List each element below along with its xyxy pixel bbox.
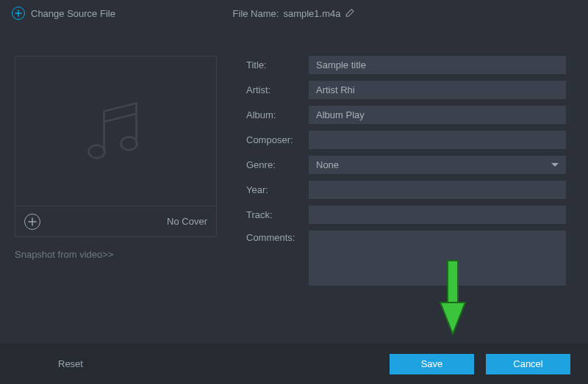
filename-display: File Name: sample1.m4a <box>233 7 356 20</box>
artist-input[interactable] <box>309 81 566 99</box>
svg-point-1 <box>121 137 137 150</box>
pencil-icon <box>345 7 355 18</box>
comments-textarea[interactable] <box>309 231 566 286</box>
cover-footer: No Cover <box>15 206 217 237</box>
composer-input[interactable] <box>309 131 566 149</box>
edit-filename-button[interactable] <box>345 7 355 20</box>
track-label: Track: <box>246 209 309 220</box>
header-bar: Change Source File File Name: sample1.m4… <box>0 0 588 26</box>
genre-select[interactable]: None <box>309 156 566 174</box>
composer-row: Composer: <box>246 131 566 149</box>
title-label: Title: <box>246 59 309 70</box>
metadata-form: Title: Artist: Album: Composer: Genre: N… <box>246 56 573 292</box>
artist-row: Artist: <box>246 81 566 99</box>
change-source-label: Change Source File <box>31 8 115 19</box>
artist-label: Artist: <box>246 84 309 95</box>
comments-row: Comments: <box>246 231 566 286</box>
title-input[interactable] <box>309 56 566 74</box>
year-input[interactable] <box>309 181 566 199</box>
snapshot-from-video-link[interactable]: Snapshot from video>> <box>15 249 217 260</box>
genre-row: Genre: None <box>246 156 566 174</box>
year-row: Year: <box>246 181 566 199</box>
plus-icon <box>28 217 37 226</box>
no-cover-label: No Cover <box>167 216 207 227</box>
year-label: Year: <box>246 184 309 195</box>
title-row: Title: <box>246 56 566 74</box>
plus-circle-icon <box>12 7 25 20</box>
album-input[interactable] <box>309 106 566 124</box>
genre-value: None <box>316 159 339 170</box>
album-row: Album: <box>246 106 566 124</box>
genre-label: Genre: <box>246 159 309 170</box>
footer-bar: Reset Save Cancel <box>0 344 588 384</box>
track-input[interactable] <box>309 206 566 224</box>
track-row: Track: <box>246 206 566 224</box>
comments-label: Comments: <box>246 231 309 243</box>
add-cover-button[interactable] <box>24 214 40 230</box>
album-label: Album: <box>246 109 309 120</box>
main-content: No Cover Snapshot from video>> Title: Ar… <box>0 26 588 292</box>
cover-panel: No Cover Snapshot from video>> <box>15 56 217 292</box>
cancel-button[interactable]: Cancel <box>486 354 570 374</box>
save-button[interactable]: Save <box>390 354 474 374</box>
change-source-file-button[interactable]: Change Source File <box>12 7 115 20</box>
chevron-down-icon <box>551 163 559 167</box>
composer-label: Composer: <box>246 134 309 145</box>
filename-value: sample1.m4a <box>283 8 340 19</box>
svg-point-0 <box>88 145 104 158</box>
filename-label: File Name: <box>233 8 279 19</box>
footer-right-buttons: Save Cancel <box>390 354 570 374</box>
reset-button[interactable]: Reset <box>40 354 101 374</box>
cover-preview <box>15 56 217 206</box>
music-note-icon <box>76 91 157 172</box>
